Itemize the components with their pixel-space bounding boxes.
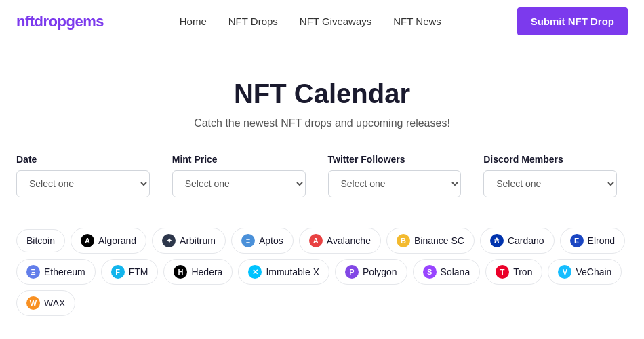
blockchain-name: Algorand: [98, 235, 136, 246]
arbitrum-icon: ✦: [162, 234, 176, 247]
nav-item-nft-news[interactable]: NFT News: [393, 16, 441, 27]
blockchain-name: Aptos: [259, 235, 283, 246]
blockchain-tags: BitcoinAAlgorand✦Arbitrum≡AptosAAvalanch…: [16, 214, 628, 316]
filter-select-discord-members[interactable]: Select one: [483, 170, 617, 197]
blockchain-tag-polygon[interactable]: PPolygon: [335, 259, 407, 285]
blockchain-tag-avalanche[interactable]: AAvalanche: [299, 228, 381, 254]
filter-label-mint-price: Mint Price: [172, 154, 306, 165]
filter-group-twitter-followers: Twitter FollowersSelect one: [317, 154, 473, 197]
blockchain-tag-vechain[interactable]: VVeChain: [548, 259, 622, 285]
polygon-icon: P: [345, 265, 359, 279]
filter-label-twitter-followers: Twitter Followers: [328, 154, 462, 165]
filter-group-discord-members: Discord MembersSelect one: [472, 154, 628, 197]
filters-bar: DateSelect oneMint PriceSelect oneTwitte…: [16, 154, 628, 214]
vechain-icon: V: [558, 265, 571, 279]
header: nftdropgems HomeNFT DropsNFT GiveawaysNF…: [0, 0, 644, 43]
main-content: NFT Calendar Catch the newest NFT drops …: [0, 43, 644, 332]
filter-group-date: DateSelect one: [16, 154, 161, 197]
blockchain-tag-binance-sc[interactable]: BBinance SC: [386, 228, 475, 254]
blockchain-tag-bitcoin[interactable]: Bitcoin: [16, 229, 65, 252]
tron-icon: T: [496, 265, 509, 279]
page-title: NFT Calendar: [33, 79, 611, 109]
wax-icon: W: [26, 296, 40, 310]
blockchain-tag-elrond[interactable]: EElrond: [560, 228, 625, 254]
nav-item-home[interactable]: Home: [180, 16, 207, 27]
blockchain-tag-hedera[interactable]: HHedera: [163, 259, 233, 285]
blockchain-name: Solana: [441, 266, 470, 277]
blockchain-name: Cardano: [508, 235, 544, 246]
filter-select-twitter-followers[interactable]: Select one: [328, 170, 462, 197]
logo[interactable]: nftdropgems: [16, 13, 104, 31]
binance-sc-icon: B: [397, 234, 410, 247]
blockchain-name: VeChain: [576, 266, 611, 277]
blockchain-tag-solana[interactable]: SSolana: [413, 259, 481, 285]
ftm-icon: F: [111, 265, 125, 279]
filter-label-discord-members: Discord Members: [483, 154, 617, 165]
blockchain-name: Immutable X: [266, 266, 319, 277]
blockchain-name: WAX: [44, 298, 65, 308]
immutable-x-icon: ✕: [248, 265, 262, 279]
blockchain-name: Hedera: [191, 266, 222, 277]
hero-subtitle: Catch the newest NFT drops and upcoming …: [33, 117, 611, 129]
avalanche-icon: A: [309, 234, 323, 247]
main-nav: HomeNFT DropsNFT GiveawaysNFT News: [180, 16, 441, 27]
blockchain-tag-arbitrum[interactable]: ✦Arbitrum: [152, 228, 226, 254]
filter-select-mint-price[interactable]: Select one: [172, 170, 306, 197]
blockchain-name: Elrond: [588, 235, 615, 246]
hero-section: NFT Calendar Catch the newest NFT drops …: [16, 43, 628, 154]
filter-select-date[interactable]: Select one: [16, 170, 150, 197]
blockchain-tag-tron[interactable]: TTron: [485, 259, 542, 285]
hedera-icon: H: [174, 265, 187, 279]
blockchain-name: Polygon: [363, 266, 397, 277]
filter-label-date: Date: [16, 154, 150, 165]
blockchain-tag-aptos[interactable]: ≡Aptos: [231, 228, 294, 254]
aptos-icon: ≡: [241, 234, 255, 247]
algorand-icon: A: [81, 234, 94, 247]
blockchain-tag-wax[interactable]: WWAX: [16, 290, 75, 316]
ethereum-icon: Ξ: [26, 265, 40, 279]
solana-icon: S: [423, 265, 437, 279]
blockchain-name: Ethereum: [44, 266, 85, 277]
nav-item-nft-giveaways[interactable]: NFT Giveaways: [300, 16, 371, 27]
blockchain-name: Tron: [513, 266, 532, 277]
submit-nft-drop-button[interactable]: Submit NFT Drop: [517, 7, 628, 35]
blockchain-name: Bitcoin: [26, 235, 55, 246]
blockchain-name: Binance SC: [414, 235, 464, 246]
cardano-icon: ₳: [490, 234, 504, 247]
blockchain-name: FTM: [129, 266, 148, 277]
blockchain-tag-algorand[interactable]: AAlgorand: [71, 228, 146, 254]
blockchain-tag-cardano[interactable]: ₳Cardano: [480, 228, 555, 254]
blockchain-tag-immutable-x[interactable]: ✕Immutable X: [238, 259, 329, 285]
elrond-icon: E: [570, 234, 584, 247]
filter-group-mint-price: Mint PriceSelect one: [161, 154, 317, 197]
nav-item-nft-drops[interactable]: NFT Drops: [228, 16, 278, 27]
blockchain-tag-ethereum[interactable]: ΞEthereum: [16, 259, 96, 285]
blockchain-name: Arbitrum: [180, 235, 216, 246]
blockchain-name: Avalanche: [327, 235, 371, 246]
blockchain-tag-ftm[interactable]: FFTM: [101, 259, 159, 285]
